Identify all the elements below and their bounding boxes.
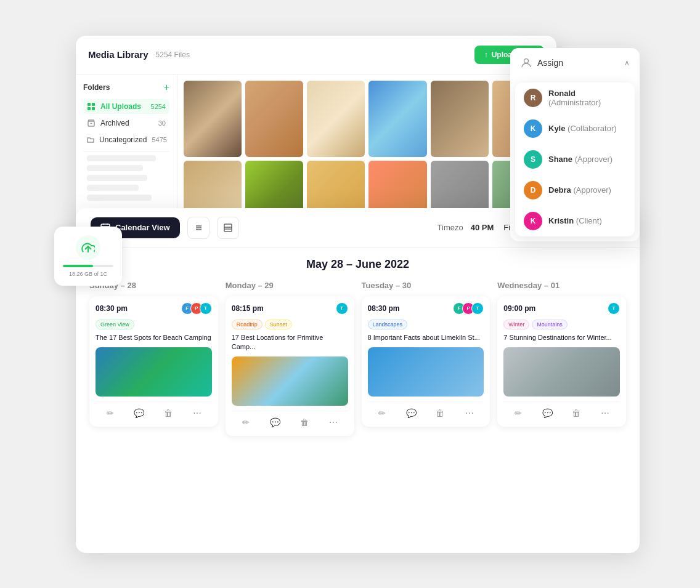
wednesday-post-avatars: T [608,302,620,315]
media-thumbnail[interactable] [245,81,303,158]
tuesday-more-button[interactable]: ⋯ [462,406,477,421]
sunday-avatar-3: T [200,302,212,315]
calendar-column-monday: Monday – 29 08:15 pm T Roadtrip Sunset 1… [222,281,358,437]
monday-post-avatars: T [336,302,348,315]
assign-item-ronald[interactable]: R Ronald (Administrator) [515,83,635,113]
monday-post-title: 17 Best Locations for Primitive Camp... [232,333,348,352]
upload-cloud-icon [76,235,100,260]
svg-rect-1 [92,103,95,106]
sidebar-placeholder-1 [87,155,156,161]
archive-icon [87,119,96,127]
sunday-post-title: The 17 Best Spots for Beach Camping [96,333,212,342]
calendar-column-tuesday: Tuesday – 30 08:30 pm F P T Landscapes 8… [358,281,494,437]
folder-icon [87,135,94,144]
wednesday-tag-2: Mountains [532,320,568,329]
all-uploads-count: 5254 [151,103,166,110]
calendar-columns: Sunday – 28 08:30 pm F P T Green View Th… [76,281,640,446]
sunday-comment-button[interactable]: 💬 [132,406,147,421]
svg-rect-13 [224,224,232,232]
assign-item-debra[interactable]: D Debra (Approver) [515,175,635,206]
wednesday-post-time: 09:00 pm [503,304,535,313]
sunday-edit-button[interactable]: ✏ [103,406,118,421]
kristin-name: Kristin (Client) [548,216,602,225]
monday-more-button[interactable]: ⋯ [326,415,341,430]
upload-progress-fill [63,265,93,267]
sidebar-placeholder-3 [87,175,147,181]
monday-edit-button[interactable]: ✏ [238,415,253,430]
monday-tag-2: Sunset [265,320,292,329]
shane-avatar: S [524,150,542,169]
tuesday-comment-button[interactable]: 💬 [404,406,418,421]
sunday-delete-button[interactable]: 🗑 [161,406,176,421]
assign-header: Assign ∧ [510,48,640,78]
wednesday-tag-1: Winter [503,320,529,329]
sidebar-item-archived[interactable]: Archived 30 [83,116,169,131]
wednesday-edit-button[interactable]: ✏ [511,406,526,421]
shane-name: Shane (Approver) [548,155,612,164]
sunday-more-button[interactable]: ⋯ [190,406,205,421]
sunday-tag-1: Green View [96,320,134,329]
sidebar-item-all-uploads[interactable]: All Uploads 5254 [83,99,169,114]
monday-post-time: 08:15 pm [232,304,264,313]
monday-label: Monday – 29 [226,281,354,290]
add-folder-icon[interactable]: + [164,82,169,93]
sunday-post-image [96,347,212,397]
media-library-header: Media Library 5254 Files ↑ Upload Now [76,36,556,75]
wednesday-delete-button[interactable]: 🗑 [569,406,584,421]
tuesday-post-card: 08:30 pm F P T Landscapes 8 Important Fa… [362,296,490,427]
sidebar-placeholder-2 [87,165,143,171]
upload-widget: 18.26 GB of 1C [54,227,122,286]
media-thumbnail[interactable] [368,81,426,158]
all-uploads-label: All Uploads [100,102,146,111]
tuesday-post-title: 8 Important Facts about Limekiln St... [368,333,484,342]
tuesday-post-avatars: F P T [453,302,484,315]
list-view-button[interactable] [187,217,210,239]
tuesday-avatar-3: T [471,302,484,315]
ronald-avatar: R [524,89,542,107]
tuesday-post-time: 08:30 pm [368,304,400,313]
tuesday-tags: Landscapes [368,320,484,329]
grid-view-button[interactable] [217,217,239,239]
upload-icon: ↑ [484,50,488,59]
monday-tag-1: Roadtrip [232,320,262,329]
tuesday-delete-button[interactable]: 🗑 [433,406,447,421]
tuesday-post-header: 08:30 pm F P T [368,302,484,315]
monday-post-actions: ✏ 💬 🗑 ⋯ [232,411,348,430]
wednesday-label: Wednesday – 01 [497,281,626,290]
chevron-up-icon[interactable]: ∧ [624,58,630,67]
monday-delete-button[interactable]: 🗑 [297,415,312,430]
assign-item-shane[interactable]: S Shane (Approver) [515,144,635,175]
sidebar-item-uncategorized[interactable]: Uncategorized 5475 [83,132,169,147]
calendar-date-range: May 28 – June 2022 [76,248,640,281]
calendar-column-wednesday: Wednesday – 01 09:00 pm T Winter Mountai… [494,281,630,437]
sunday-post-avatars: F P T [181,302,212,315]
calendar-card: Calendar View Timezo [76,208,640,553]
uncategorized-count: 5475 [152,136,166,143]
media-file-count: 5254 Files [156,50,190,59]
assign-item-kyle[interactable]: K Kyle (Collaborator) [515,113,635,144]
upload-storage-text: 18.26 GB of 1C [63,271,113,277]
svg-point-5 [524,58,529,63]
archived-count: 30 [158,119,166,127]
wednesday-more-button[interactable]: ⋯ [598,406,612,421]
tuesday-label: Tuesday – 30 [362,281,490,290]
tuesday-edit-button[interactable]: ✏ [375,406,389,421]
grid-icon [87,102,96,111]
monday-comment-button[interactable]: 💬 [268,415,283,430]
assign-item-kristin[interactable]: K Kristin (Client) [515,206,635,236]
sunday-post-actions: ✏ 💬 🗑 ⋯ [96,401,212,421]
wednesday-comment-button[interactable]: 💬 [540,406,555,421]
archived-label: Archived [100,119,153,127]
kyle-name: Kyle (Collaborator) [548,124,617,133]
svg-rect-2 [88,107,91,110]
sunday-tags: Green View [96,320,212,329]
kristin-avatar: K [524,212,542,230]
calendar-view-label: Calendar View [115,223,170,232]
media-thumbnail[interactable] [184,81,242,158]
upload-progress-bar [63,265,113,267]
tuesday-post-actions: ✏ 💬 🗑 ⋯ [368,401,484,421]
media-thumbnail[interactable] [431,81,489,158]
media-thumbnail[interactable] [307,81,365,158]
time-text: 40 PM [471,223,494,232]
person-icon [520,57,532,69]
